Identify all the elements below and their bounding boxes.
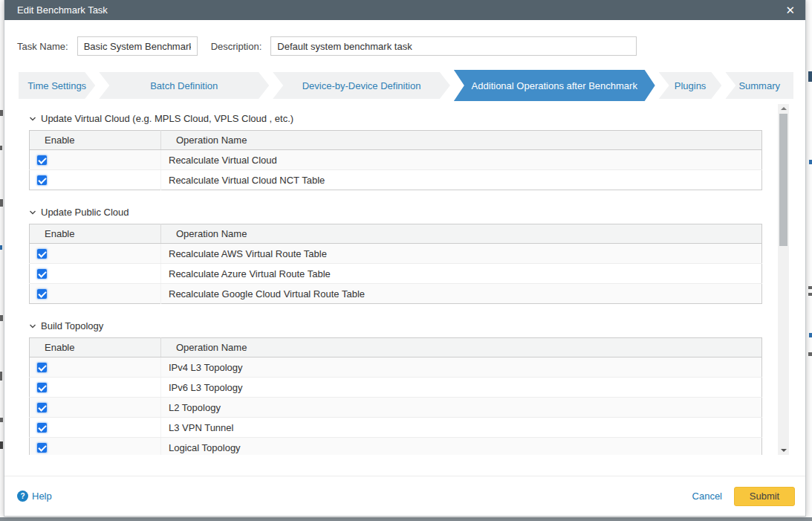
dialog-title: Edit Benchmark Task — [17, 4, 108, 16]
backdrop-artifact — [0, 315, 3, 321]
operation-name-cell: L2 Topology — [161, 398, 762, 418]
chevron-down-icon — [29, 209, 36, 216]
table-row: L3 VPN Tunnel — [30, 418, 762, 438]
wizard-tab-bar: Time SettingsBatch DefinitionDevice-by-D… — [19, 72, 793, 99]
enable-checkbox-checked[interactable] — [37, 363, 47, 372]
backdrop-artifact — [0, 441, 3, 449]
backdrop-artifact — [0, 110, 3, 116]
sections-container: Update Virtual Cloud (e.g. MPLS Cloud, V… — [19, 113, 789, 455]
scroll-up-icon[interactable] — [781, 107, 787, 110]
backdrop-artifact — [0, 199, 3, 207]
table-row: L2 Topology — [30, 398, 762, 418]
dialog-header: Edit Benchmark Task ✕ — [4, 0, 805, 20]
section-update-public-cloud: Update Public CloudEnableOperation NameR… — [29, 207, 762, 304]
table-row: Recalculate Azure Virtual Route Table — [30, 264, 762, 284]
operations-content: Update Virtual Cloud (e.g. MPLS Cloud, V… — [19, 104, 789, 455]
column-header-enable: Enable — [30, 224, 161, 244]
operation-name-cell: IPv6 L3 Topology — [161, 378, 762, 398]
operations-table: EnableOperation NameRecalculate AWS Virt… — [29, 224, 762, 304]
operation-name-cell: Recalculate AWS Virtual Route Table — [161, 244, 762, 264]
operation-name-cell: Recalculate Google Cloud Virtual Route T… — [161, 284, 762, 304]
task-name-input[interactable] — [77, 36, 198, 56]
enable-cell — [30, 150, 161, 170]
scroll-down-icon[interactable] — [781, 449, 787, 452]
enable-checkbox-checked[interactable] — [37, 269, 47, 279]
section-collapse-header[interactable]: Build Topology — [29, 320, 762, 331]
backdrop-artifact — [808, 293, 812, 296]
help-label: Help — [32, 491, 52, 502]
description-input[interactable] — [270, 36, 637, 56]
help-link[interactable]: ? Help — [17, 491, 52, 502]
enable-cell — [30, 264, 161, 284]
enable-checkbox-checked[interactable] — [37, 249, 47, 259]
enable-checkbox-checked[interactable] — [37, 383, 47, 392]
section-update-virtual-cloud-e-g-mpls-cloud-vpls-cloud-etc: Update Virtual Cloud (e.g. MPLS Cloud, V… — [29, 113, 762, 190]
operation-name-cell: L3 VPN Tunnel — [161, 418, 762, 438]
backdrop-artifact — [0, 418, 3, 422]
dialog-footer: ? Help Cancel Submit — [4, 476, 805, 516]
backdrop-artifact — [0, 372, 2, 381]
enable-cell — [30, 284, 161, 304]
enable-cell — [30, 244, 161, 264]
column-header-enable: Enable — [30, 131, 161, 150]
description-label: Description: — [211, 41, 262, 52]
section-collapse-header[interactable]: Update Virtual Cloud (e.g. MPLS Cloud, V… — [29, 113, 762, 124]
tab-batch-definition[interactable]: Batch Definition — [99, 72, 269, 99]
table-row: IPv4 L3 Topology — [30, 357, 762, 378]
page-behind-modal: Edit Benchmark Task ✕ Task Name: Descrip… — [0, 0, 812, 521]
scrollbar-thumb[interactable] — [779, 114, 787, 246]
column-header-operation-name: Operation Name — [161, 131, 762, 150]
column-header-operation-name: Operation Name — [161, 338, 762, 357]
table-row: Logical Topology — [30, 438, 762, 456]
backdrop-artifact — [808, 352, 812, 356]
table-row: Recalculate Google Cloud Virtual Route T… — [30, 284, 762, 304]
tab-plugins[interactable]: Plugins — [659, 72, 722, 99]
enable-cell — [30, 438, 161, 456]
enable-checkbox-checked[interactable] — [37, 155, 47, 165]
task-name-label: Task Name: — [17, 41, 68, 52]
chevron-down-icon — [29, 323, 36, 330]
backdrop-artifact — [809, 160, 812, 164]
enable-cell — [30, 357, 161, 378]
scrollbar[interactable] — [778, 104, 789, 455]
operation-name-cell: Logical Topology — [161, 438, 762, 456]
chevron-down-icon — [29, 115, 36, 123]
operation-name-cell: Recalculate Azure Virtual Route Table — [161, 264, 762, 284]
operations-table: EnableOperation NameIPv4 L3 TopologyIPv6… — [29, 337, 762, 455]
column-header-operation-name: Operation Name — [161, 224, 762, 244]
enable-checkbox-checked[interactable] — [37, 443, 47, 453]
backdrop-artifact — [0, 146, 2, 150]
operation-name-cell: Recalculate Virtual Cloud NCT Table — [161, 170, 762, 190]
table-row: Recalculate Virtual Cloud — [30, 150, 762, 170]
backdrop-artifact — [809, 333, 812, 337]
tab-time-settings[interactable]: Time Settings — [19, 72, 95, 99]
enable-checkbox-checked[interactable] — [37, 423, 47, 433]
backdrop-artifact — [0, 245, 2, 250]
operation-name-cell: IPv4 L3 Topology — [161, 357, 762, 378]
column-header-enable: Enable — [30, 338, 161, 357]
submit-button[interactable]: Submit — [734, 487, 795, 506]
cancel-button[interactable]: Cancel — [692, 491, 722, 502]
tab-additional-operations-after-benchmark[interactable]: Additional Operations after Benchmark — [454, 70, 655, 101]
table-row: Recalculate Virtual Cloud NCT Table — [30, 170, 762, 190]
table-row: IPv6 L3 Topology — [30, 378, 762, 398]
tab-summary[interactable]: Summary — [725, 72, 793, 99]
enable-cell — [30, 418, 161, 438]
edit-benchmark-task-dialog: Edit Benchmark Task ✕ Task Name: Descrip… — [4, 0, 806, 517]
enable-cell — [30, 378, 161, 398]
section-collapse-header[interactable]: Update Public Cloud — [29, 207, 762, 218]
backdrop-artifact — [808, 286, 812, 289]
table-row: Recalculate AWS Virtual Route Table — [30, 244, 762, 264]
window-bottom-edge — [0, 517, 812, 521]
close-icon[interactable]: ✕ — [785, 4, 795, 16]
backdrop-artifact — [808, 71, 812, 82]
enable-checkbox-checked[interactable] — [37, 175, 47, 185]
section-title: Build Topology — [41, 320, 103, 331]
enable-cell — [30, 170, 161, 190]
enable-cell — [30, 398, 161, 418]
enable-checkbox-checked[interactable] — [37, 403, 47, 412]
task-form-row: Task Name: Description: — [4, 20, 805, 72]
help-question-icon: ? — [17, 491, 28, 502]
enable-checkbox-checked[interactable] — [37, 289, 47, 299]
tab-device-by-device-definition[interactable]: Device-by-Device Definition — [273, 72, 450, 99]
